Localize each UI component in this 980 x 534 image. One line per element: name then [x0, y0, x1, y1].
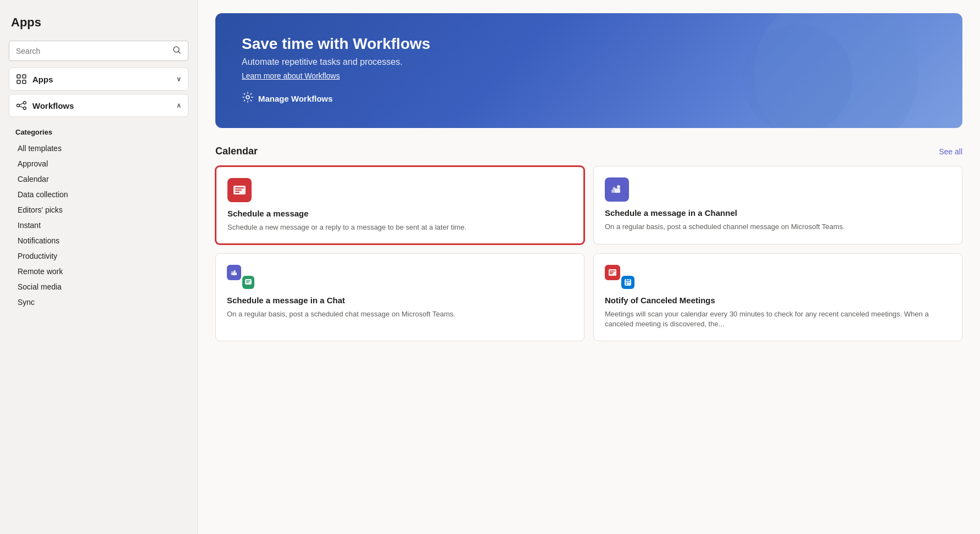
- hero-learn-more-link[interactable]: Learn more about Workflows: [242, 71, 936, 80]
- card-schedule-channel[interactable]: Schedule a message in a Channel On a reg…: [593, 166, 962, 244]
- category-all-templates[interactable]: All templates: [13, 141, 188, 156]
- sidebar-item-apps[interactable]: Apps ∨: [9, 68, 188, 91]
- category-data-collection[interactable]: Data collection: [13, 187, 188, 202]
- card-schedule-channel-desc: On a regular basis, post a scheduled cha…: [605, 222, 951, 232]
- card-schedule-chat-desc: On a regular basis, post a scheduled cha…: [227, 309, 573, 319]
- svg-line-10: [20, 106, 24, 108]
- apps-nav-label: Apps: [32, 75, 53, 84]
- category-productivity[interactable]: Productivity: [13, 248, 188, 264]
- svg-rect-17: [615, 188, 620, 193]
- apps-chevron-icon: ∨: [176, 75, 181, 83]
- svg-rect-37: [626, 283, 627, 285]
- svg-point-7: [24, 102, 26, 104]
- svg-rect-2: [17, 75, 20, 78]
- svg-point-16: [617, 185, 620, 188]
- categories-heading: Categories: [13, 128, 188, 136]
- svg-rect-28: [610, 271, 615, 272]
- hero-title: Save time with Workflows: [242, 35, 936, 53]
- categories-section: Categories All templates Approval Calend…: [9, 124, 188, 310]
- cards-grid: Schedule a message Schedule a new messag…: [215, 166, 962, 341]
- svg-rect-35: [626, 282, 627, 283]
- see-all-link[interactable]: See all: [939, 147, 962, 156]
- category-remote-work[interactable]: Remote work: [13, 264, 188, 279]
- svg-rect-25: [246, 281, 250, 282]
- hero-banner: Save time with Workflows Automate repeti…: [215, 13, 962, 128]
- svg-rect-3: [23, 75, 26, 78]
- search-box[interactable]: [9, 41, 188, 61]
- svg-line-1: [179, 52, 181, 54]
- svg-rect-34: [629, 279, 630, 281]
- card-notify-canceled-desc: Meetings will scan your calendar every 3…: [605, 309, 951, 329]
- apps-icon: [16, 74, 27, 85]
- card-schedule-message[interactable]: Schedule a message Schedule a new messag…: [215, 166, 584, 244]
- teams-icon: [605, 177, 629, 202]
- category-notifications[interactable]: Notifications: [13, 233, 188, 248]
- card-schedule-chat-title: Schedule a message in a Chat: [227, 296, 573, 305]
- svg-rect-36: [628, 282, 630, 283]
- svg-rect-5: [23, 80, 26, 84]
- manage-workflows-icon: [242, 91, 254, 106]
- card-schedule-chat-icon: [227, 265, 254, 289]
- svg-point-6: [17, 104, 20, 107]
- svg-point-8: [24, 107, 26, 110]
- section-header: Calendar See all: [215, 146, 962, 157]
- svg-rect-31: [625, 279, 631, 286]
- manage-workflows-label: Manage Workflows: [258, 94, 333, 103]
- page-title: Apps: [9, 11, 188, 36]
- calendar-section: Calendar See all Schedule a message Sche…: [215, 146, 962, 341]
- svg-line-9: [20, 103, 24, 105]
- svg-point-11: [246, 96, 249, 99]
- card-schedule-channel-title: Schedule a message in a Channel: [605, 208, 951, 218]
- category-social-media[interactable]: Social media: [13, 279, 188, 294]
- svg-rect-19: [611, 190, 615, 193]
- card-schedule-message-desc: Schedule a new message or a reply to a m…: [227, 222, 572, 232]
- category-calendar[interactable]: Calendar: [13, 171, 188, 187]
- hero-subtitle: Automate repetitive tasks and processes.: [242, 57, 936, 67]
- svg-rect-33: [626, 279, 627, 281]
- card-schedule-chat[interactable]: Schedule a message in a Chat On a regula…: [215, 253, 584, 341]
- category-editors-picks[interactable]: Editors' picks: [13, 202, 188, 218]
- calendar-section-title: Calendar: [215, 146, 258, 157]
- nav-section: Apps ∨ Workflows ∧: [9, 68, 188, 119]
- main-content: Save time with Workflows Automate repeti…: [198, 0, 980, 534]
- svg-point-22: [231, 271, 233, 273]
- card-notify-canceled-icon: [605, 265, 636, 289]
- office-icon: [227, 178, 252, 202]
- svg-rect-26: [246, 282, 249, 283]
- svg-rect-21: [232, 272, 237, 275]
- search-icon: [172, 46, 181, 56]
- svg-rect-14: [235, 190, 242, 191]
- svg-rect-13: [235, 187, 244, 188]
- svg-rect-23: [231, 273, 233, 275]
- svg-rect-30: [610, 274, 612, 275]
- category-approval[interactable]: Approval: [13, 156, 188, 171]
- svg-rect-29: [610, 272, 614, 273]
- card-notify-canceled[interactable]: Notify of Canceled Meetings Meetings wil…: [593, 253, 962, 341]
- sidebar: Apps Apps ∨: [0, 0, 198, 534]
- search-input[interactable]: [16, 47, 168, 55]
- svg-point-18: [613, 187, 616, 190]
- svg-point-20: [233, 270, 236, 272]
- svg-rect-4: [17, 80, 20, 84]
- workflows-chevron-icon: ∧: [176, 102, 181, 109]
- workflows-icon: [16, 100, 27, 111]
- card-schedule-message-title: Schedule a message: [227, 209, 572, 218]
- svg-rect-15: [235, 192, 240, 193]
- manage-workflows-button[interactable]: Manage Workflows: [242, 91, 333, 106]
- workflows-nav-label: Workflows: [32, 101, 74, 110]
- card-notify-canceled-title: Notify of Canceled Meetings: [605, 296, 951, 305]
- category-instant[interactable]: Instant: [13, 218, 188, 233]
- sidebar-item-workflows[interactable]: Workflows ∧: [9, 94, 188, 117]
- category-sync[interactable]: Sync: [13, 294, 188, 310]
